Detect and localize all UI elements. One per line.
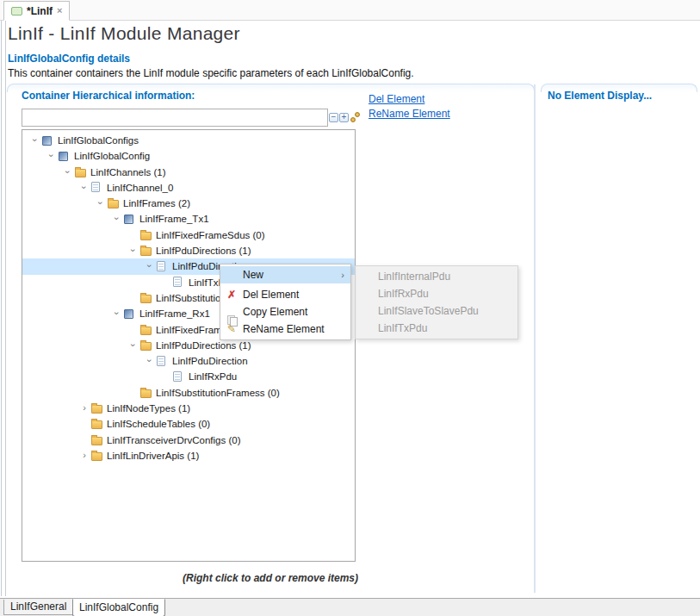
tree-item-label: LinIfGlobalConfig — [74, 148, 150, 164]
tree-item-label: LinIfTransceiverDrvConfigs (0) — [107, 432, 241, 448]
folder-icon — [91, 420, 102, 429]
tree-item[interactable]: LinIfFrame_Tx1 — [22, 211, 355, 227]
tree-item[interactable]: LinIfPduDirection — [22, 353, 355, 369]
chevron-down-icon[interactable] — [62, 165, 74, 180]
tree-item[interactable]: LinIfRxPdu — [22, 369, 355, 384]
tree-item-label: LinIfGlobalConfigs — [58, 133, 139, 148]
submenu-item-linifinternalpdu[interactable]: LinIfInternalPdu — [356, 268, 517, 285]
folder-icon — [140, 327, 152, 335]
chevron-down-icon[interactable] — [111, 211, 123, 227]
folder-icon — [75, 169, 86, 177]
submenu-arrow-icon — [341, 270, 344, 280]
module-icon — [124, 215, 133, 224]
menu-item-label: Copy Element — [243, 306, 307, 318]
tree-item[interactable]: LinIfGlobalConfig — [22, 148, 355, 164]
file-icon — [173, 277, 182, 287]
chevron-down-icon[interactable] — [144, 353, 156, 369]
window-left-border — [1, 21, 6, 596]
tree-item[interactable]: LinIfFixedFrameSdus (0) — [22, 227, 355, 243]
panel-separator[interactable] — [534, 84, 536, 593]
tree-item-label: LinIfFixedFrameSdus (0) — [156, 227, 265, 243]
tree-item[interactable]: LinIfTransceiverDrvConfigs (0) — [22, 432, 355, 448]
tree-caption: (Right click to add or remove items) — [7, 572, 534, 584]
details-section-title: LinIfGlobalConfig details — [8, 53, 130, 65]
module-icon — [42, 136, 52, 146]
tree-item[interactable]: LinIfChannel_0 — [22, 180, 355, 196]
bottom-tab-bar: LinIfGeneral LinIfGlobalConfig — [0, 598, 700, 616]
tree-item[interactable]: LinIfNodeTypes (1) — [22, 401, 355, 416]
menu-item-del-element[interactable]: Del Element — [220, 286, 350, 303]
tree-item[interactable]: LinIfLinDriverApis (1) — [22, 448, 355, 464]
submenu-item-linifslavetoslavepdu[interactable]: LinIfSlaveToSlavePdu — [356, 302, 517, 320]
context-menu: NewDel ElementCopy ElementReName Element — [220, 264, 351, 340]
editor-tab-label: *LinIf — [27, 5, 53, 17]
tree-item-label: LinIfFrame_Rx1 — [139, 306, 210, 321]
editor-tab-close-icon[interactable]: × — [57, 6, 62, 16]
tree-item[interactable]: LinIfSubstitutionFramess (0) — [22, 385, 355, 401]
chevron-down-icon[interactable] — [46, 148, 58, 164]
tree-item-label: LinIfChannels (1) — [90, 165, 166, 180]
collapse-all-icon[interactable] — [329, 113, 338, 122]
menu-item-label: New — [243, 269, 263, 281]
editor-tab-linif[interactable]: *LinIf × — [3, 1, 70, 21]
chevron-down-icon[interactable] — [95, 196, 107, 211]
tree-item-label: LinIfNodeTypes (1) — [107, 401, 190, 416]
folder-icon — [91, 437, 102, 445]
folder-icon — [140, 247, 152, 256]
folder-icon — [140, 232, 152, 240]
menu-item-rename-element[interactable]: ReName Element — [220, 320, 350, 338]
tree-item-label: LinIfScheduleTables (0) — [107, 416, 210, 432]
folder-icon — [140, 342, 152, 351]
chevron-down-icon[interactable] — [111, 306, 123, 321]
file-icon — [173, 371, 182, 382]
chevron-right-icon[interactable] — [78, 401, 90, 416]
key-icon[interactable] — [350, 111, 361, 123]
no-element-display-message: No Element Display... — [548, 90, 652, 102]
submenu-item-liniftxpdu[interactable]: LinIfTxPdu — [356, 320, 517, 337]
tree-item-label: LinIfPduDirection — [172, 353, 248, 369]
menu-item-label: Del Element — [243, 289, 299, 301]
chevron-down-icon[interactable] — [127, 243, 139, 258]
tree-item[interactable]: LinIfFrames (2) — [22, 196, 355, 211]
container-hierarchy-header: Container Hierarchical information: — [22, 90, 195, 102]
editor-tab-file-icon — [11, 7, 22, 16]
tree-item-label: LinIfChannel_0 — [107, 180, 173, 196]
chevron-down-icon[interactable] — [78, 180, 90, 196]
tree-item[interactable]: LinIfChannels (1) — [22, 165, 355, 180]
tree-filter-input[interactable] — [22, 109, 328, 127]
chevron-down-icon[interactable] — [144, 258, 156, 274]
tab-linifgeneral[interactable]: LinIfGeneral — [3, 600, 73, 615]
submenu-item-linifrxpdu[interactable]: LinIfRxPdu — [356, 285, 517, 302]
rename-element-link[interactable]: ReName Element — [369, 108, 450, 120]
tree-item-label: LinIfLinDriverApis (1) — [107, 448, 199, 464]
chevron-down-icon[interactable] — [29, 133, 41, 148]
tab-linifglobalconfig[interactable]: LinIfGlobalConfig — [72, 599, 165, 616]
module-icon — [124, 309, 133, 319]
tree-item[interactable]: LinIfGlobalConfigs — [22, 133, 355, 148]
folder-icon — [140, 389, 152, 398]
tree-item-label: LinIfSubstitutionFramess (0) — [156, 385, 280, 401]
chevron-right-icon[interactable] — [78, 448, 90, 464]
expand-all-icon[interactable] — [339, 113, 349, 122]
tree-item[interactable]: LinIfScheduleTables (0) — [22, 416, 355, 432]
del-element-link[interactable]: Del Element — [369, 93, 424, 105]
menu-item-copy-element[interactable]: Copy Element — [220, 303, 350, 320]
tree-item-label: LinIfPduDirections (1) — [156, 243, 251, 258]
folder-icon — [91, 405, 102, 414]
tree-item[interactable]: LinIfPduDirections (1) — [22, 243, 355, 258]
delete-icon — [220, 286, 243, 303]
folder-icon — [140, 295, 152, 303]
file-icon — [157, 356, 165, 366]
menu-item-new[interactable]: New — [220, 266, 350, 283]
folder-icon — [91, 452, 102, 461]
editor-tab-bar: *LinIf × — [0, 0, 700, 21]
new-submenu: LinIfInternalPduLinIfRxPduLinIfSlaveToSl… — [355, 265, 518, 339]
page-title: LinIf - LinIf Module Manager — [8, 23, 240, 44]
chevron-down-icon[interactable] — [127, 338, 139, 353]
tree-item-label: LinIfFrames (2) — [123, 196, 190, 211]
tree-item-label: LinIfRxPdu — [189, 369, 237, 384]
file-icon — [157, 261, 165, 271]
folder-icon — [108, 200, 119, 208]
module-icon — [59, 152, 68, 161]
rename-icon — [220, 320, 243, 338]
